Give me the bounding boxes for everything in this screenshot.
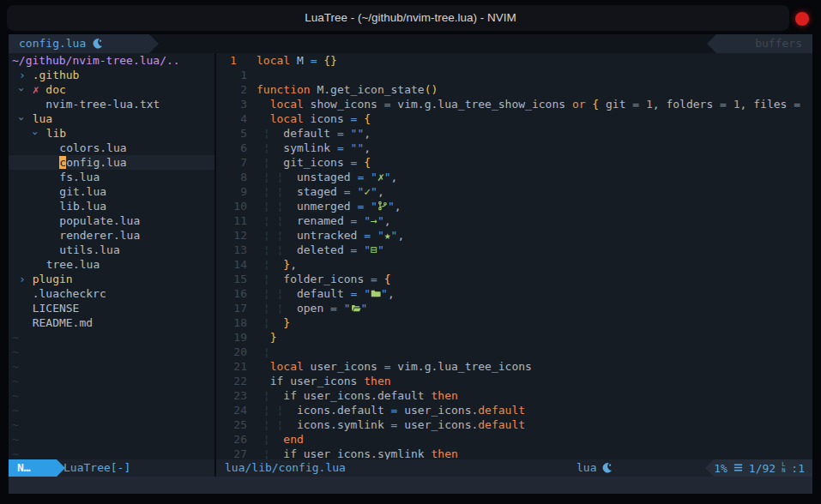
buffers-tab[interactable]: buffers bbox=[716, 34, 812, 53]
tree-row[interactable]: › ✗ doc bbox=[9, 82, 214, 97]
code-line[interactable]: 5 ¦ default = "", bbox=[216, 126, 812, 141]
scroll-percent: 1% bbox=[714, 462, 727, 475]
folder-open-icon bbox=[351, 302, 361, 316]
statusline: N… LuaTree[-] lua/lib/config.lua lua 1% … bbox=[9, 459, 812, 477]
tree-row[interactable]: › .github bbox=[9, 68, 214, 82]
tree-row[interactable]: › plugin bbox=[9, 272, 214, 286]
code-line[interactable]: 9 ¦ ¦ staged = "✓", bbox=[216, 184, 812, 199]
code-line[interactable]: 14 ¦ }, bbox=[216, 257, 812, 272]
line-number: 17 bbox=[216, 301, 247, 315]
git-branch-icon bbox=[377, 200, 388, 214]
code-line[interactable]: 15 ¦ folder_icons = { bbox=[216, 272, 812, 286]
tree-row[interactable]: .luacheckrc bbox=[9, 286, 214, 301]
code-line[interactable]: 11 ¦ ¦ renamed = "→", bbox=[216, 213, 812, 228]
editor-area: ~/github/nvim-tree.lua/..› .github› ✗ do… bbox=[9, 53, 812, 459]
line-number: 27 bbox=[216, 447, 247, 459]
code-line[interactable]: 8 ¦ ¦ unstaged = "✗", bbox=[216, 170, 812, 184]
code-line[interactable]: 16 ¦ ¦ default = "", bbox=[216, 286, 812, 301]
statusline-file: lua/lib/config.lua lua 1% 1/92 LN :1 bbox=[216, 459, 812, 477]
buffers-label: buffers bbox=[755, 37, 802, 50]
code-line[interactable]: 25 ¦ ¦ icons.symlink = user_icons.defaul… bbox=[216, 417, 812, 432]
code-line[interactable]: 20 ¦ bbox=[216, 345, 812, 359]
code-line[interactable]: 17 ¦ ¦ open = "" bbox=[216, 301, 812, 315]
powerline-arrow-left bbox=[707, 34, 716, 53]
tree-row[interactable]: lib.lua bbox=[9, 199, 214, 213]
code-line[interactable]: 3 local show_icons = vim.g.lua_tree_show… bbox=[216, 97, 812, 111]
close-button[interactable] bbox=[795, 12, 809, 26]
tree-row[interactable]: ~ bbox=[9, 388, 214, 403]
file-tree-panel: ~/github/nvim-tree.lua/..› .github› ✗ do… bbox=[9, 53, 214, 459]
tree-row[interactable]: colors.lua bbox=[9, 141, 214, 155]
code-line[interactable]: 7 ¦ git_icons = { bbox=[216, 155, 812, 170]
window-titlebar: LuaTree - (~/github/nvim-tree.lua) - NVI… bbox=[0, 0, 821, 34]
moon-icon bbox=[601, 461, 613, 478]
line-number-glyph: LN bbox=[782, 462, 785, 474]
line-number: 2 bbox=[216, 82, 247, 97]
line-number: 15 bbox=[216, 272, 247, 286]
code-line[interactable]: 24 ¦ ¦ icons.default = user_icons.defaul… bbox=[216, 403, 812, 417]
code-line[interactable]: 19 } bbox=[216, 330, 812, 345]
code-line[interactable]: 12 ¦ ¦ untracked = "★", bbox=[216, 228, 812, 243]
powerline-arrow-right bbox=[149, 34, 159, 53]
tree-row[interactable]: ~ bbox=[9, 417, 214, 432]
tree-row[interactable]: renderer.lua bbox=[9, 228, 214, 243]
tree-row[interactable]: › lua bbox=[9, 111, 214, 126]
command-line[interactable] bbox=[9, 477, 812, 494]
line-number: 24 bbox=[216, 403, 247, 417]
statusline-filepath: lua/lib/config.lua bbox=[225, 459, 346, 477]
code-line[interactable]: 18 ¦ } bbox=[216, 315, 812, 330]
tree-row[interactable]: ~ bbox=[9, 374, 214, 388]
line-number: 3 bbox=[216, 97, 247, 111]
cursor-column: :1 bbox=[791, 462, 805, 475]
line-number: 18 bbox=[216, 315, 247, 330]
code-line[interactable]: 23 ¦ if user_icons.default then bbox=[216, 388, 812, 403]
line-number: 1 bbox=[216, 53, 247, 68]
code-line[interactable]: 4 local icons = { bbox=[216, 111, 812, 126]
tree-row[interactable]: ~ bbox=[9, 432, 214, 447]
tree-row[interactable]: README.md bbox=[9, 315, 214, 330]
tree-row[interactable]: › lib bbox=[9, 126, 214, 141]
mode-indicator: N… bbox=[9, 459, 57, 477]
statusline-filetype: lua bbox=[577, 459, 613, 478]
code-line[interactable]: 13 ¦ ¦ deleted = "⊟" bbox=[216, 243, 812, 257]
moon-icon bbox=[92, 36, 103, 55]
code-line[interactable]: 2function M.get_icon_state() bbox=[216, 82, 812, 97]
powerline-arrow-left bbox=[705, 459, 714, 477]
code-line[interactable]: 6 ¦ symlink = "", bbox=[216, 141, 812, 155]
tree-row[interactable]: ~/github/nvim-tree.lua/.. bbox=[9, 53, 214, 68]
tree-row[interactable]: LICENSE bbox=[9, 301, 214, 315]
code-line[interactable]: 21 local user_icons = vim.g.lua_tree_ico… bbox=[216, 359, 812, 374]
code-line[interactable]: 22 if user_icons then bbox=[216, 374, 812, 388]
tree-row[interactable]: populate.lua bbox=[9, 213, 214, 228]
tree-row[interactable]: ~ bbox=[9, 447, 214, 459]
tab-label: config.lua bbox=[19, 37, 86, 50]
tab-config-lua[interactable]: config.lua bbox=[9, 34, 149, 53]
tree-row[interactable]: git.lua bbox=[9, 184, 214, 199]
line-number: 10 bbox=[216, 199, 247, 213]
tree-row[interactable]: ~ bbox=[9, 359, 214, 374]
lines-icon bbox=[733, 462, 743, 475]
statusline-buffer-name: LuaTree[-] bbox=[63, 459, 130, 477]
window-title: LuaTree - (~/github/nvim-tree.lua) - NVI… bbox=[0, 0, 821, 34]
code-line[interactable]: 10 ¦ ¦ unmerged = "", bbox=[216, 199, 812, 213]
tree-row[interactable]: nvim-tree-lua.txt bbox=[9, 97, 214, 111]
code-line[interactable]: 27 ¦ if user_icons.symlink then bbox=[216, 447, 812, 459]
code-line[interactable]: 26 ¦ end bbox=[216, 432, 812, 447]
line-number: 25 bbox=[216, 417, 247, 432]
statusline-tree: N… LuaTree[-] bbox=[9, 459, 214, 477]
line-number: 12 bbox=[216, 228, 247, 243]
tree-row[interactable]: ~ bbox=[9, 330, 214, 345]
line-number: 14 bbox=[216, 257, 247, 272]
tree-row[interactable]: fs.lua bbox=[9, 170, 214, 184]
tabline: config.lua buffers bbox=[9, 34, 812, 53]
code-line[interactable]: 1 bbox=[216, 68, 812, 82]
line-number: 1 bbox=[216, 68, 247, 82]
tree-row[interactable]: utils.lua bbox=[9, 243, 214, 257]
folder-closed-icon bbox=[371, 287, 381, 302]
line-number: 9 bbox=[216, 184, 247, 199]
tree-row[interactable]: config.lua bbox=[9, 155, 214, 170]
code-line[interactable]: 1local M = {} bbox=[216, 53, 812, 68]
tree-row[interactable]: ~ bbox=[9, 403, 214, 417]
tree-row[interactable]: tree.lua bbox=[9, 257, 214, 272]
tree-row[interactable]: ~ bbox=[9, 345, 214, 359]
